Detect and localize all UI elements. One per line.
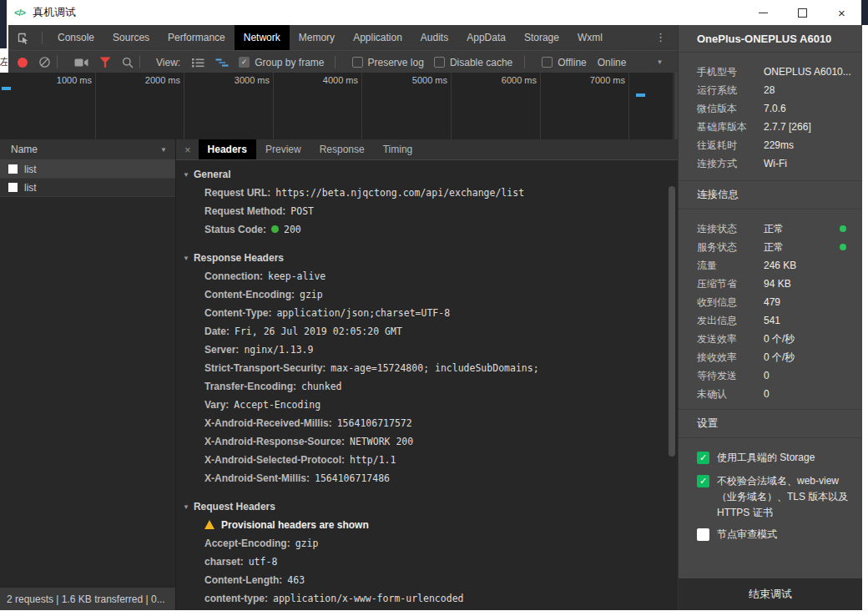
preserve-log-checkbox[interactable]: Preserve log (352, 57, 424, 68)
timeline-gridline (628, 73, 629, 139)
header-line: content-type:application/x-www-form-urle… (183, 589, 666, 608)
info-row: 连接方式Wi-Fi (679, 154, 862, 173)
tab-sources[interactable]: Sources (103, 25, 159, 50)
disable-cache-checkbox[interactable]: Disable cache (434, 57, 512, 68)
checkbox-unchecked (434, 57, 445, 68)
info-row: 基础库版本2.7.7 [266] (679, 118, 862, 136)
info-row: 未确认0 (679, 385, 862, 403)
timeline-tick-label: 6000 ms (457, 75, 537, 85)
header-line: Vary:Accept-Encoding (183, 396, 666, 414)
search-icon[interactable] (122, 57, 134, 68)
header-line: Request URL:https://beta.njqctong.com/ap… (183, 184, 666, 202)
provisional-headers-warning: Provisional headers are shown (183, 516, 666, 534)
throttling-dropdown[interactable]: Online ▼ (598, 57, 664, 68)
end-debug-button[interactable]: 结束调试 (679, 578, 862, 610)
request-name: list (24, 164, 37, 175)
tab-appdata[interactable]: AppData (457, 25, 515, 50)
header-line-status: Status Code:200 (183, 220, 666, 239)
name-column-header[interactable]: Name ▼ (0, 139, 175, 160)
timeline-gridline (451, 73, 452, 139)
background-window-strip-left (0, 0, 7, 48)
timeline-tick-label: 2000 ms (100, 75, 180, 85)
list-view-icon[interactable] (191, 58, 204, 68)
timeline-gridline (673, 73, 674, 139)
waterfall-view-icon[interactable] (215, 58, 229, 68)
header-line: X-Android-Sent-Millis:1564106717486 (183, 469, 666, 487)
timeline-overview[interactable]: 1000 ms 2000 ms 3000 ms 4000 ms 5000 ms … (0, 73, 678, 140)
checkbox-unchecked (697, 528, 709, 541)
record-icon[interactable] (18, 58, 28, 68)
triangle-down-icon: ▼ (183, 255, 189, 262)
info-row: 服务状态正常 (679, 238, 862, 256)
header-line: Content-Type:application/json;charset=UT… (183, 304, 666, 322)
node-inspect-mode-checkbox[interactable]: 节点审查模式 (697, 527, 862, 543)
tab-timing[interactable]: Timing (374, 139, 422, 159)
group-by-frame-checkbox[interactable]: ✓ Group by frame (239, 57, 324, 68)
tab-network[interactable]: Network (235, 25, 290, 50)
divider (57, 56, 58, 68)
tab-application[interactable]: Application (344, 25, 411, 50)
timeline-tick-label: 1000 ms (12, 75, 92, 85)
requests-summary: 2 requests | 1.6 KB transferred | 0... (0, 587, 175, 610)
tab-memory[interactable]: Memory (290, 25, 344, 50)
section-general: ▼General Request URL:https://beta.njqcto… (183, 165, 666, 239)
tab-audits[interactable]: Audits (411, 25, 457, 50)
tab-storage[interactable]: Storage (515, 25, 568, 50)
throttling-value: Online (598, 57, 627, 68)
timeline-gridline (361, 73, 362, 139)
header-line: X-Android-Response-Source:NETWORK 200 (183, 432, 666, 451)
info-row: 流量246 KB (679, 256, 862, 275)
inspect-element-icon[interactable] (16, 31, 29, 44)
settings-list: ✓ 使用工具端的 Storage ✓ 不校验合法域名、web-view（业务域名… (679, 438, 862, 543)
header-line: Request Method:POST (183, 202, 666, 220)
header-line: Content-Encoding:gzip (183, 285, 666, 304)
maximize-button[interactable] (783, 0, 822, 25)
preserve-log-label: Preserve log (368, 57, 424, 68)
request-row[interactable]: list (0, 179, 175, 197)
overflow-menu-icon[interactable]: ⋮ (652, 25, 669, 50)
section-request-headers: ▼Request Headers Provisional headers are… (183, 497, 666, 608)
info-row: 运行系统28 (679, 81, 862, 99)
timeline-gridline (273, 73, 274, 139)
section-response-headers-title[interactable]: ▼Response Headers (183, 249, 666, 267)
tab-response[interactable]: Response (310, 139, 374, 159)
minimize-button[interactable] (744, 0, 783, 25)
tab-performance[interactable]: Performance (159, 25, 235, 50)
connection-info-list: 连接状态正常 服务状态正常 流量246 KB 压缩节省94 KB 收到信息479… (679, 210, 862, 410)
screenshot-icon[interactable] (74, 58, 88, 68)
skip-domain-check-checkbox[interactable]: ✓ 不校验合法域名、web-view（业务域名）、TLS 版本以及 HTTPS … (697, 473, 862, 521)
tab-console[interactable]: Console (48, 25, 103, 50)
tab-headers[interactable]: Headers (199, 139, 256, 159)
offline-checkbox[interactable]: Offline (542, 57, 586, 68)
device-name: OnePlus-ONEPLUS A6010 (679, 25, 862, 53)
device-sidebar: OnePlus-ONEPLUS A6010 手机型号ONEPLUS A6010.… (678, 25, 862, 610)
disable-cache-label: Disable cache (450, 57, 512, 68)
chevron-down-icon: ▼ (160, 146, 167, 154)
tab-wxml[interactable]: Wxml (568, 25, 612, 50)
triangle-down-icon: ▼ (183, 171, 189, 179)
section-request-headers-title[interactable]: ▼Request Headers (183, 497, 666, 516)
request-bar (636, 93, 645, 97)
request-row[interactable]: list (0, 160, 175, 179)
settings-section-title: 设置 (679, 410, 862, 438)
chevron-down-icon: ▼ (656, 58, 663, 66)
close-button[interactable]: × (822, 0, 861, 25)
checkbox-checked: ✓ (697, 475, 709, 487)
close-detail-icon[interactable]: × (176, 144, 199, 156)
scrollbar-thumb[interactable] (669, 186, 675, 457)
detail-tabbar: × Headers Preview Response Timing (176, 139, 678, 160)
section-general-title[interactable]: ▼General (183, 165, 666, 184)
view-label: View: (156, 57, 180, 68)
tab-preview[interactable]: Preview (256, 139, 310, 159)
clear-icon[interactable] (38, 56, 51, 68)
warning-icon (204, 520, 214, 529)
divider (139, 56, 140, 68)
filter-icon[interactable] (99, 57, 111, 68)
info-row: 收到信息479 (679, 293, 862, 311)
storage-checkbox[interactable]: ✓ 使用工具端的 Storage (697, 450, 862, 466)
name-column-label: Name (11, 144, 38, 155)
connection-section-title: 连接信息 (679, 181, 862, 210)
status-ok-icon (840, 244, 846, 250)
code-icon: </> (14, 8, 25, 18)
divider (524, 56, 525, 68)
